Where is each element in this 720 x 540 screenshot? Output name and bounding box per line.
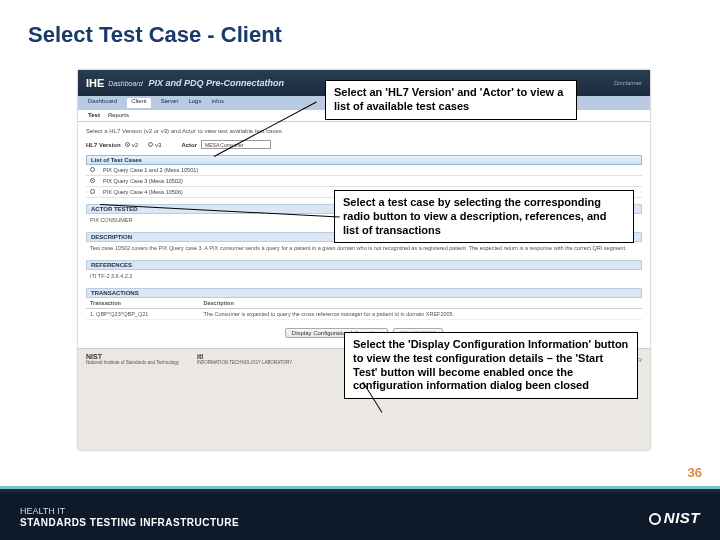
tab-logs[interactable]: Logs	[188, 98, 201, 108]
nist-logo: NIST	[649, 509, 700, 526]
slide-footer: HEALTH IT STANDARDS TESTING INFRASTRUCTU…	[0, 486, 720, 540]
table-row: 1. QBP^Q23^QBP_Q21The Consumer is expect…	[86, 309, 642, 320]
nist-footer-logo: NISTNational Institute of Standards and …	[86, 353, 179, 365]
disclaimer-link[interactable]: Disclaimer	[614, 80, 642, 86]
case-radio[interactable]	[90, 178, 95, 183]
list-header: List of Test Cases	[86, 155, 642, 165]
hl7-v3-text: v3	[155, 142, 161, 148]
page-number: 36	[688, 465, 702, 480]
actor-label: Actor	[181, 142, 197, 148]
hl7-v2-text: v2	[132, 142, 138, 148]
subtab-test[interactable]: Test	[88, 112, 100, 119]
callout-1: Select an 'HL7 Version' and 'Actor' to v…	[325, 80, 577, 120]
trans-desc: The Consumer is expected to query the cr…	[200, 309, 643, 320]
footer-left: HEALTH IT STANDARDS TESTING INFRASTRUCTU…	[20, 507, 239, 528]
case-label: PIX Query Case 3 (Mesa 10502)	[99, 176, 642, 187]
slide-title: Select Test Case - Client	[0, 0, 720, 48]
table-row[interactable]: PIX Query Case 3 (Mesa 10502)	[86, 176, 642, 187]
case-radio[interactable]	[90, 189, 95, 194]
subtab-reports[interactable]: Reports	[108, 112, 129, 119]
dashboard-label: Dashboard	[108, 80, 142, 87]
tab-dashboard[interactable]: Dashboard	[88, 98, 117, 108]
references-header: REFERENCES	[86, 260, 642, 270]
callout-2: Select a test case by selecting the corr…	[334, 190, 634, 243]
trans-name: 1. QBP^Q23^QBP_Q21	[86, 309, 200, 320]
description-body: Test case 10502 covers the PIX Query cas…	[86, 242, 642, 254]
banner-subtitle: PIX and PDQ Pre-Connectathon	[149, 78, 285, 88]
case-label: PIX Query Case 1 and 2 (Mesa 10501)	[99, 165, 642, 176]
tab-server[interactable]: Server	[161, 98, 179, 108]
ihe-logo: IHE	[86, 77, 104, 89]
case-radio[interactable]	[90, 167, 95, 172]
transactions-table: TransactionDescription 1. QBP^Q23^QBP_Q2…	[86, 298, 642, 320]
trans-col-transaction: Transaction	[86, 298, 200, 309]
references-body: ITI TF-2 3.9.4.2.2	[86, 270, 642, 282]
hl7-version-label: HL7 Version	[86, 142, 121, 148]
panel-hint: Select a HL7 Version (v2 or v3) and Acto…	[86, 128, 642, 134]
hl7-v3-radio[interactable]	[148, 142, 153, 147]
tab-infos[interactable]: infos	[211, 98, 224, 108]
callout-3: Select the 'Display Configuration Inform…	[344, 332, 638, 399]
itl-footer-logo: itlINFORMATION TECHNOLOGY LABORATORY	[197, 353, 292, 365]
table-row[interactable]: PIX Query Case 1 and 2 (Mesa 10501)	[86, 165, 642, 176]
filter-row: HL7 Version v2 v3 Actor MESA Consumer	[86, 140, 642, 149]
transactions-header: TRANSACTIONS	[86, 288, 642, 298]
tab-client[interactable]: Client	[127, 98, 150, 108]
trans-col-description: Description	[200, 298, 643, 309]
hl7-v2-radio[interactable]	[125, 142, 130, 147]
